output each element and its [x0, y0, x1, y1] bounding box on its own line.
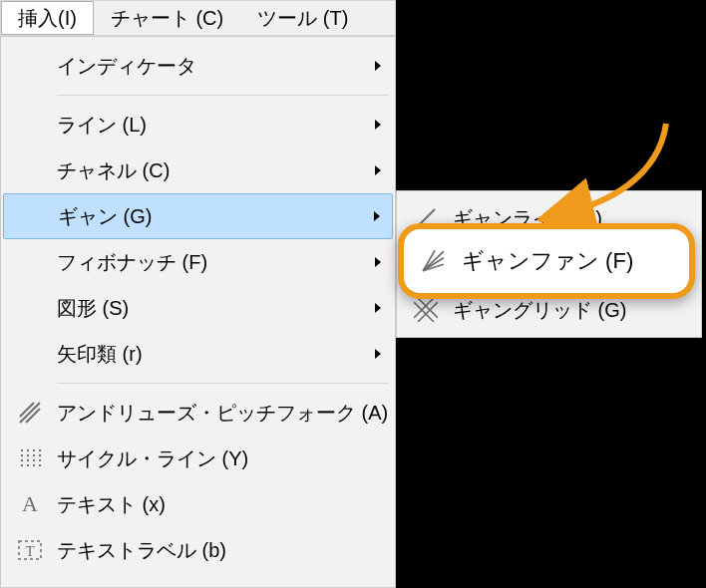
submenu-arrow-icon: [369, 256, 387, 268]
menu-item-textlabel[interactable]: T テキストラベル (b): [3, 527, 393, 573]
menu-item-indicators-label: インディケータ: [57, 53, 369, 80]
menu-item-pitchfork-label: アンドリューズ・ピッチフォーク (A): [57, 400, 388, 427]
menu-item-gann[interactable]: ギャン (G): [3, 193, 393, 239]
menu-item-arrows[interactable]: 矢印類 (r): [3, 331, 393, 377]
insert-dropdown: インディケータ ライン (L) チャネル (C) ギャン (G) フィボナッチ …: [0, 36, 396, 588]
menubar: 挿入(I) チャート (C) ツール (T): [0, 0, 396, 36]
menu-item-cycle-label: サイクル・ライン (Y): [57, 445, 369, 472]
menu-item-fibonacci-label: フィボナッチ (F): [57, 249, 369, 276]
submenu-arrow-icon: [369, 60, 387, 72]
gann-fan-icon: [419, 247, 447, 275]
menu-item-indicators[interactable]: インディケータ: [3, 43, 393, 89]
submenu-arrow-icon: [368, 210, 386, 222]
menu-insert[interactable]: 挿入(I): [1, 1, 94, 35]
menu-item-shapes-label: 図形 (S): [57, 295, 369, 322]
menu-item-cycle[interactable]: サイクル・ライン (Y): [3, 436, 393, 481]
menu-insert-label: 挿入(I): [18, 5, 77, 32]
submenu-arrow-icon: [369, 119, 387, 131]
menu-item-textlabel-label: テキストラベル (b): [57, 537, 369, 564]
menu-tools-label: ツール (T): [257, 5, 348, 32]
menu-chart-label: チャート (C): [111, 5, 223, 32]
menu-item-line[interactable]: ライン (L): [3, 102, 393, 147]
menu-item-fibonacci[interactable]: フィボナッチ (F): [3, 239, 393, 285]
svg-text:T: T: [25, 543, 34, 559]
pitchfork-icon: [16, 399, 44, 427]
menu-item-text-label: テキスト (x): [57, 491, 369, 518]
menu-item-line-label: ライン (L): [57, 112, 369, 139]
callout-gannfan: ギャンファン (F): [398, 223, 695, 299]
menu-item-arrows-label: 矢印類 (r): [57, 341, 369, 368]
submenu-arrow-icon: [369, 348, 387, 360]
gann-grid-icon: [412, 296, 440, 324]
submenu-arrow-icon: [369, 302, 387, 314]
menu-chart[interactable]: チャート (C): [94, 1, 240, 35]
cycle-lines-icon: [16, 444, 44, 472]
submenu-item-ganngrid-label: ギャングリッド (G): [453, 297, 691, 324]
menu-item-gann-label: ギャン (G): [58, 203, 368, 230]
callout-label: ギャンファン (F): [462, 246, 689, 276]
menu-item-channel[interactable]: チャネル (C): [3, 147, 393, 193]
menu-item-pitchfork[interactable]: アンドリューズ・ピッチフォーク (A): [3, 390, 393, 436]
separator: [57, 383, 389, 384]
menu-item-shapes[interactable]: 図形 (S): [3, 285, 393, 331]
text-icon: A: [16, 490, 44, 518]
menu-tools[interactable]: ツール (T): [240, 1, 365, 35]
separator: [57, 95, 389, 96]
menu-item-text[interactable]: A テキスト (x): [3, 481, 393, 527]
submenu-arrow-icon: [369, 164, 387, 176]
menu-item-channel-label: チャネル (C): [57, 157, 369, 184]
text-label-icon: T: [16, 536, 44, 564]
